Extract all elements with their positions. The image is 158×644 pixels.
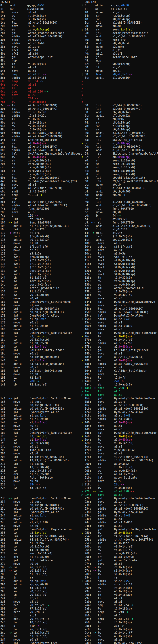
target-line: c: sw s1,0x38(sp)	[0, 7, 44, 11]
diff-row: 280: ~> lw ra,0x3c(sp) 278: ~> lw ra,0x3…	[0, 566, 158, 569]
target-line: 208: lui t3,%hi(func_80A87F44)	[0, 455, 64, 459]
target-line: 50: li at,-1	[0, 66, 36, 69]
current-line: 1e8: sw v0,0x14c(s0)	[81, 442, 134, 445]
target-line: 90: sw t8,0x18(sp)	[0, 121, 46, 124]
current-line: 154: jal DynaPolyInfo_Alloc	[81, 314, 144, 318]
target-line: e4: beqz t0,104 ~>	[0, 194, 43, 197]
diff-rows: 8: addiu sp,sp,-0x58i 8: addiu sp,sp,-0x…	[0, 4, 158, 644]
target-line: 38: move a2,zero	[0, 45, 40, 48]
diff-row: 154: sw t1,0x20(sp) 138: sw t1,0x20(sp)	[0, 290, 158, 293]
diff-row: 128: li a3,0x5a 10c: li a3,0x5a	[0, 252, 158, 256]
diff-row: 234: move a1,zero 22c: move a1,zero	[0, 500, 158, 504]
target-line: 20c: addiu t3,t3,%lo(func_80A87F44)	[0, 459, 69, 462]
diff-row: 298: sw ra,0x14(sp) 290: sw ra,0x14(sp)	[0, 586, 158, 590]
diff-row: 26c: sw t4,0x130(s0) 264: sw t4,0x130(s0…	[0, 548, 158, 552]
target-line: 1c4: ~> jal DynaPolyInfo_SetActorMove	[0, 397, 71, 400]
diff-row: 274: ori a1,a1,0x2d0e 26c: ori a1,a1,0x2…	[0, 555, 158, 559]
current-line: 60: lui a2,%hi(D_0600B9A8)	[81, 104, 142, 107]
diff-row: 184: jal DynaPolyInfo_RegisterActor 168:…	[0, 331, 158, 335]
target-line: 12c: swc1 $f8,0x10(sp)	[0, 256, 49, 259]
diff-row: 84: addiu t6,s0,0x1a8 68: addiu t6,s0,0x…	[0, 111, 158, 114]
target-line: 2c4: b 310 ~>	[0, 624, 40, 628]
diff-row: 124: move a2,s1 108: move a2,s1	[0, 248, 158, 252]
target-line: 248: move a0,s1	[0, 518, 38, 521]
current-line: > 220: ~> bne v0,at,278 ~>	[81, 490, 134, 493]
target-line: ac: lui a1,%hi(D_06001F4C)	[0, 145, 58, 148]
diff-row: 4c: lh v0,0x1c(s0) 4c: lh v0,0x1c(s0)	[0, 62, 158, 66]
diff-row: 138: lwc1 $f16,0x2c(s0) 11c: lwc1 $f16,0…	[0, 266, 158, 269]
current-line: e4: lui at,0x4120	[81, 218, 127, 221]
current-line: 21c: lw ra,0x3c(sp)	[81, 486, 132, 490]
diff-row: 294: addiu sp,sp,-0x18 28c: addiu sp,sp,…	[0, 583, 158, 586]
current-line: 208: sw zero,0x134(s0)	[81, 469, 137, 472]
target-line: 148: sw zero,0x28(sp)	[0, 280, 51, 283]
target-line: 98: sw t6,0x10(sp)	[0, 128, 46, 131]
target-line: 2cc: ~> lw a2,0x14c(t7)	[0, 631, 49, 634]
diff-row: 80: lui a3,%hi(D_06001F4C) 64: lui a3,%h…	[0, 107, 158, 111]
target-line: 104: ~> jal func_80A87800	[0, 221, 51, 224]
diff-row: a4: jal SkelAnime_InitFlex 88: jal SkelA…	[0, 138, 158, 142]
current-line: 12c: sw zero,0x28(sp)	[81, 280, 135, 283]
current-line: 1bc: lui a0,%hi(D_06001830)	[81, 404, 144, 407]
diff-row: 198: jal Collider_InitCylinder 17c: jal …	[0, 348, 158, 352]
diff-row: 18c: sw v0,0x14c(s0) 170: sw v0,0x14c(s0…	[0, 338, 158, 342]
diff-row: a0: addiu a2,a2,%lo(D_0600B9A8) 84: addi…	[0, 135, 158, 138]
target-line: 154: sw t1,0x20(sp)	[0, 290, 48, 293]
target-line: 2a8: move a3,a1	[0, 600, 38, 604]
current-line: 20c: ori a1,a1,0x2d0e	[81, 472, 134, 476]
current-line: <	[81, 83, 85, 86]
current-line: 160: addiu a1,s1,0x810	[81, 324, 132, 328]
current-line: 110: swc1 $f8,0x10(sp)	[81, 256, 134, 259]
diff-row: 100: lui at,0x4120 e4: lui at,0x4120	[0, 218, 158, 221]
current-line: s 8c: sw a1,0x40(sp)	[81, 142, 131, 145]
target-line: 4c: lh v0,0x1c(s0)	[0, 62, 46, 66]
target-line: 274: ori a1,a1,0x2d0e	[0, 555, 49, 559]
target-line: 174: addiu a1,sp,0x4c	[0, 318, 46, 321]
target-line: 1fc: move a0,s1	[0, 445, 38, 448]
diff-row: 160: jal DynaPolyInfo_SetActorMove 144: …	[0, 300, 158, 304]
diff-row: 224: move a0,s0 214: move a0,s0	[0, 480, 158, 483]
target-line: 188: lw a3,0x4c(sp)	[0, 335, 48, 338]
diff-row: 144: lh t1,0x32(s0) 128: lh t1,0x32(s0)	[0, 276, 158, 280]
target-line: 18: sw s0,0x34(sp)	[0, 18, 46, 21]
current-line: ac: sb zero,0x310(s0)	[81, 169, 135, 173]
diff-row: 20: move s0,a0 20: move s0,a0	[0, 24, 158, 28]
current-line: 274: move a0,s0	[81, 562, 122, 566]
target-line: 1b4: move a2,s0	[0, 372, 38, 376]
diff-row: 12c: swc1 $f8,0x10(sp) 110: swc1 $f8,0x1…	[0, 256, 158, 259]
current-line: b8: lhu t9,%lo(gSaveContext+0xeda)(t9)	[81, 180, 158, 183]
diff-row: 130: lwc1 $f10,0x28(s0) 114: lwc1 $f10,0…	[0, 259, 158, 262]
target-line: 120: sub.s $f8,$f4,$f6	[0, 245, 48, 248]
current-line: 278: ~> lw ra,0x3c(sp)	[81, 566, 132, 569]
current-line: 10: move s1,a1	[81, 11, 121, 14]
current-line: c4: andi t0,t9,0x400	[81, 190, 131, 194]
diff-row: 288: lw s1,0x38(sp) 280: lw s1,0x38(sp)	[0, 572, 158, 576]
target-line: 150: jal Actor_SpawnAsChild	[0, 286, 59, 290]
target-line: 26c: sw t4,0x130(s0)	[0, 548, 49, 552]
diff-row: 1bc: b 280 ~>i 1a0: b 278 ~>	[0, 380, 158, 383]
target-line: 1f0: lw a3,0x4c(sp)	[0, 435, 48, 438]
current-line: 2a0: move a3,a1	[81, 600, 122, 604]
target-line: 16c: addiu a0,a0,%lo(D_06000A1C)	[0, 310, 64, 314]
current-line: s 178: sw a1,0x40(sp)	[81, 345, 132, 348]
diff-row: > 1ac: li at,1	[0, 390, 158, 393]
current-line: 94: addiu a1,a1,%lo(D_06001F4C)	[81, 148, 147, 152]
target-line: 25c: lui t4,%hi(func_80A87F44)	[0, 534, 64, 538]
diff-row: 210: lui a1,0x3db2 200: lui a1,0x3db2	[0, 462, 158, 466]
current-line: s 24: sw zero,0x48(sp)	[81, 28, 134, 32]
target-line: 21c: ori a1,a1,0x2d0e	[0, 472, 49, 476]
diff-row: 104: ~> jal func_80A87800 e8: ~> jal fun…	[0, 221, 158, 224]
diff-row: 1b0: jal Collider_SetCylinder 194: jal C…	[0, 369, 158, 372]
diff-row: 2c4: b 310 ~> 2bc: b 308 ~>	[0, 624, 158, 628]
target-line: 164: move a1,zero	[0, 304, 41, 307]
target-line: 2a4: li at,-1	[0, 597, 38, 600]
diff-row: > 1b0: move a0,s0	[0, 393, 158, 397]
diff-row: 3c: mfc1 a1,$f0 3c: mfc1 a1,$f0	[0, 48, 158, 52]
target-line: 1a8: addiu a3,a3,%lo(D_80A88CB4)	[0, 362, 64, 366]
target-line: 27c: move a0,s0	[0, 562, 38, 566]
target-line: 114: lwc1 $f4,0x24(s0)	[0, 235, 49, 238]
diff-row: 168: lui a0,%hi(D_06000A1C) 14c: lui a0,…	[0, 307, 158, 310]
target-line: f8: move a0,s0	[0, 210, 36, 214]
diff-row: 1ac: move a0,s1 190: move a0,s1	[0, 366, 158, 369]
diff-row: b4: jal SkelAnime_ChangeAnimDefaultRepea…	[0, 152, 158, 156]
